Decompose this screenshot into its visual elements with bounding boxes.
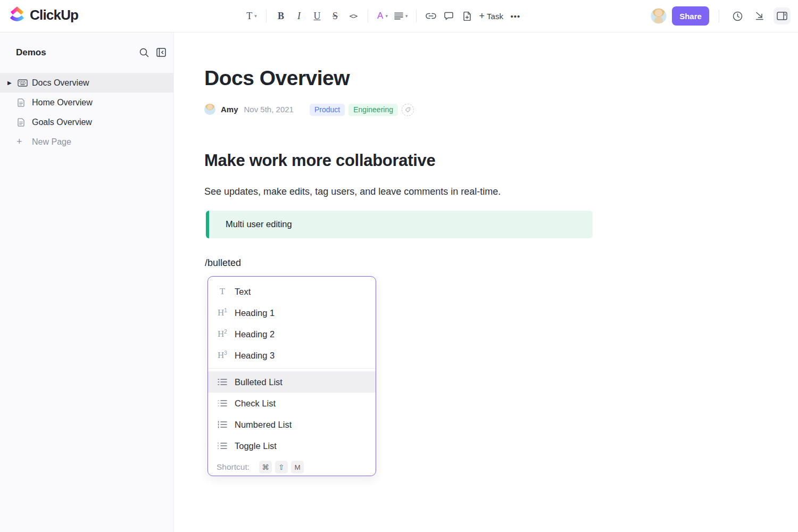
export-arrow-icon xyxy=(755,11,764,21)
doc-title[interactable]: Docs Overview xyxy=(204,66,350,90)
check-list-icon xyxy=(217,400,228,407)
collapse-panel-icon xyxy=(156,48,166,57)
clickup-logo[interactable]: ClickUp xyxy=(9,6,78,23)
toolbar-divider xyxy=(368,10,368,22)
link-button[interactable] xyxy=(423,8,439,24)
sidebar-item-home-overview[interactable]: Home Overview xyxy=(0,93,173,112)
tag-engineering[interactable]: Engineering xyxy=(348,104,398,116)
key-command: ⌘ xyxy=(259,461,272,473)
add-tag-button[interactable] xyxy=(402,104,414,116)
doc-date: Nov 5th, 2021 xyxy=(244,105,294,114)
formatting-toolbar: T▾ B I U S <> A▾ ▾ xyxy=(244,0,523,32)
sidebar-header: Demos xyxy=(0,46,173,61)
section-paragraph[interactable]: See updates, make edits, tag users, and … xyxy=(204,186,501,197)
link-icon xyxy=(426,13,436,19)
new-page-label: New Page xyxy=(32,137,71,147)
sidebar-item-label: Goals Overview xyxy=(32,118,92,127)
sidebar-item-docs-overview[interactable]: ▶ Docs Overview xyxy=(0,73,173,93)
menu-item-bulleted-list[interactable]: Bulleted List xyxy=(208,371,376,393)
chevron-down-icon: ▾ xyxy=(385,13,388,19)
ellipsis-icon: ••• xyxy=(511,12,521,21)
chevron-down-icon: ▾ xyxy=(405,13,408,19)
user-avatar[interactable] xyxy=(651,8,667,24)
callout-accent-bar xyxy=(206,211,209,238)
search-icon xyxy=(139,48,149,57)
header-right-group: Share xyxy=(651,0,791,32)
align-lines-icon xyxy=(394,12,403,20)
sidebar-item-label: Docs Overview xyxy=(32,78,89,88)
callout-block[interactable]: Multi user editing xyxy=(206,211,593,238)
add-task-button[interactable]: + Task xyxy=(477,11,505,22)
code-button[interactable]: <> xyxy=(345,8,361,24)
comment-button[interactable] xyxy=(441,8,457,24)
menu-item-toggle-list[interactable]: Toggle List xyxy=(208,435,376,456)
toolbar-divider xyxy=(416,10,417,22)
strikethrough-button[interactable]: S xyxy=(327,8,343,24)
top-toolbar: ClickUp T▾ B I U S <> A▾ xyxy=(0,0,798,32)
history-button[interactable] xyxy=(729,7,746,24)
text-style-button[interactable]: T▾ xyxy=(244,8,260,24)
slash-command-text[interactable]: /bulleted xyxy=(205,257,241,269)
underline-button[interactable]: U xyxy=(309,8,325,24)
docs-sidebar: Demos ▶ xyxy=(0,32,174,532)
chevron-down-icon: ▾ xyxy=(254,13,257,19)
new-page-button[interactable]: + New Page xyxy=(0,132,173,152)
more-options-button[interactable]: ••• xyxy=(508,8,523,24)
toolbar-divider xyxy=(719,10,719,22)
document-icon xyxy=(18,98,24,107)
menu-item-check-list[interactable]: Check List xyxy=(208,393,376,414)
doc-editor: Docs Overview Amy Nov 5th, 2021 Product … xyxy=(174,32,798,532)
sidebar-title: Demos xyxy=(16,47,46,58)
logo-wordmark: ClickUp xyxy=(30,7,78,23)
shortcut-label: Shortcut: xyxy=(217,462,250,472)
heading3-icon: H3 xyxy=(217,350,228,361)
clickup-logo-icon xyxy=(9,6,26,23)
menu-item-text[interactable]: T Text xyxy=(208,281,376,302)
share-button[interactable]: Share xyxy=(672,6,709,26)
panel-toggle-button[interactable] xyxy=(774,7,791,24)
plus-icon: + xyxy=(479,11,485,22)
sidebar-panel-icon xyxy=(777,12,787,20)
caret-right-icon[interactable]: ▶ xyxy=(7,80,12,86)
keyboard-icon xyxy=(18,79,28,87)
text-style-icon: T xyxy=(217,286,228,297)
clickup-app: ClickUp T▾ B I U S <> A▾ xyxy=(0,0,798,532)
section-heading[interactable]: Make work more collaborative xyxy=(204,151,435,170)
sidebar-page-list: ▶ Docs Overview xyxy=(0,73,173,152)
tag-icon xyxy=(405,107,411,113)
heading1-icon: H1 xyxy=(217,307,228,318)
key-shift: ⇧ xyxy=(275,461,288,473)
shortcut-hint: Shortcut: ⌘ ⇧ M xyxy=(208,456,376,476)
sidebar-item-goals-overview[interactable]: Goals Overview xyxy=(0,112,173,132)
doc-meta: Amy Nov 5th, 2021 xyxy=(204,104,294,115)
heading2-icon: H2 xyxy=(217,329,228,339)
key-m: M xyxy=(291,461,304,473)
menu-item-heading-3[interactable]: H3 Heading 3 xyxy=(208,345,376,366)
numbered-list-icon xyxy=(217,421,228,428)
document-add-icon xyxy=(463,12,471,21)
export-button[interactable] xyxy=(751,7,768,24)
menu-item-numbered-list[interactable]: Numbered List xyxy=(208,414,376,435)
document-icon xyxy=(18,118,24,127)
collapse-sidebar-button[interactable] xyxy=(156,48,166,57)
sidebar-item-label: Home Overview xyxy=(32,98,93,107)
font-color-button[interactable]: A▾ xyxy=(375,8,390,24)
bulleted-list-icon xyxy=(217,378,228,386)
tag-product[interactable]: Product xyxy=(310,104,345,116)
menu-divider xyxy=(208,368,376,369)
menu-item-heading-1[interactable]: H1 Heading 1 xyxy=(208,302,376,323)
clock-icon xyxy=(733,11,743,21)
doc-tags: Product Engineering xyxy=(310,104,414,116)
toolbar-divider xyxy=(266,10,267,22)
search-button[interactable] xyxy=(139,48,149,57)
comment-icon xyxy=(444,12,453,20)
slash-command-menu: T Text H1 Heading 1 H2 Heading 2 H3 Head… xyxy=(207,276,376,476)
toggle-list-icon xyxy=(217,442,228,450)
italic-button[interactable]: I xyxy=(291,8,307,24)
author-avatar[interactable] xyxy=(204,104,215,115)
bold-button[interactable]: B xyxy=(273,8,289,24)
menu-item-heading-2[interactable]: H2 Heading 2 xyxy=(208,323,376,345)
alignment-button[interactable]: ▾ xyxy=(393,8,410,24)
plus-icon: + xyxy=(16,136,22,147)
doc-template-button[interactable] xyxy=(459,8,475,24)
